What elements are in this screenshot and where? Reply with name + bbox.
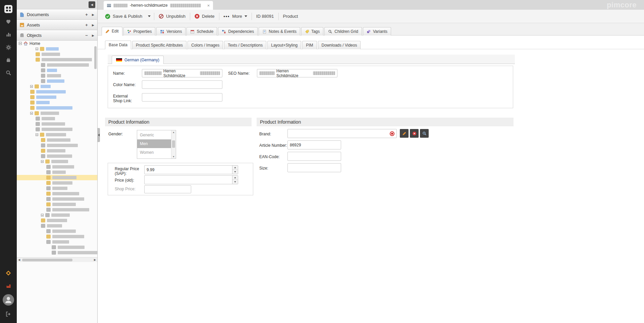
tree-row[interactable]: [17, 196, 97, 202]
panel-collapse-handle[interactable]: [98, 128, 100, 142]
regular-price-input[interactable]: [144, 165, 238, 174]
brand-input[interactable]: [287, 129, 397, 138]
delete-button[interactable]: Delete: [191, 12, 218, 21]
tab-tags[interactable]: Tags: [301, 27, 323, 36]
tree-row[interactable]: [17, 143, 97, 148]
accordion-documents[interactable]: Documents + ▶: [17, 9, 97, 20]
tree-expander-icon[interactable]: [36, 133, 38, 136]
chevron-right-icon[interactable]: ▶: [92, 13, 94, 16]
remove-relation-icon[interactable]: [390, 131, 394, 136]
tree-row[interactable]: [17, 180, 97, 186]
tree-row[interactable]: [17, 223, 97, 229]
tree-row[interactable]: [17, 245, 97, 250]
brand-field[interactable]: [288, 131, 390, 136]
tree-row[interactable]: [17, 148, 97, 153]
tree-row[interactable]: [17, 153, 97, 159]
tree-row[interactable]: [17, 250, 97, 255]
tree-row[interactable]: [17, 73, 97, 78]
tab-versions[interactable]: Versions: [156, 27, 185, 36]
tree-row[interactable]: [17, 239, 97, 245]
tab-properties[interactable]: Properties: [123, 27, 156, 36]
scroll-down-icon[interactable]: ▼: [171, 155, 176, 158]
tree-row[interactable]: [17, 57, 97, 62]
tree-node-home[interactable]: Home: [17, 41, 97, 46]
spinner-down-icon[interactable]: [232, 170, 238, 174]
tree-row[interactable]: [17, 46, 97, 52]
size-input[interactable]: [287, 163, 341, 172]
status-diamond-icon[interactable]: [0, 267, 17, 279]
external-shop-link-input[interactable]: [142, 93, 222, 102]
tree-row[interactable]: [17, 89, 97, 94]
subtab-colors-images[interactable]: Colors / Images: [187, 41, 223, 49]
gender-option-generic[interactable]: Generic: [137, 131, 171, 139]
tree-row[interactable]: [17, 100, 97, 105]
accordion-assets[interactable]: Assets + ▶: [17, 20, 97, 30]
subtab-base-data[interactable]: Base Data: [105, 41, 131, 49]
reports-chart-icon[interactable]: [0, 28, 17, 41]
tree-row[interactable]: [17, 218, 97, 223]
subtab-pim[interactable]: PIM: [302, 41, 317, 49]
tab-schedule[interactable]: Schedule: [186, 27, 217, 36]
gender-listbox[interactable]: GenericMenWomen ▲ ▼: [137, 130, 176, 159]
scrollbar-thumb[interactable]: [22, 259, 72, 261]
tab-notes-events[interactable]: Notes & Events: [259, 27, 300, 36]
tree-row[interactable]: [17, 94, 97, 100]
more-button[interactable]: ••• More: [220, 12, 251, 21]
gender-option-men[interactable]: Men: [137, 139, 171, 148]
tab-german[interactable]: German (Germany): [112, 56, 164, 64]
collapse-objects-button[interactable]: −: [84, 33, 89, 38]
brand-search-button[interactable]: [420, 129, 429, 138]
tree-row[interactable]: [17, 234, 97, 239]
tree-row[interactable]: [17, 229, 97, 234]
tree-row[interactable]: [17, 62, 97, 68]
object-window-tab[interactable]: -herren-schildmuetze ×: [104, 1, 213, 10]
tree-row[interactable]: [17, 159, 97, 164]
close-tab-icon[interactable]: ×: [207, 3, 210, 8]
tree-row[interactable]: [17, 170, 97, 175]
tree-row[interactable]: [17, 202, 97, 207]
tree-horizontal-scrollbar[interactable]: ◀ ▶: [17, 257, 97, 262]
tab-dependencies[interactable]: Dependencies: [218, 27, 258, 36]
subtab-texts-descriptions[interactable]: Texts / Descriptions: [224, 41, 266, 49]
chevron-right-icon[interactable]: ▶: [92, 23, 94, 27]
tree-row[interactable]: [17, 52, 97, 57]
tree-row[interactable]: [17, 68, 97, 73]
tree-expander-icon[interactable]: [30, 85, 33, 88]
maintenance-factory-icon[interactable]: [0, 279, 17, 292]
ean-code-input[interactable]: [287, 152, 341, 161]
subtab-product-specific-attributes[interactable]: Product Specific Attributes: [132, 41, 186, 49]
price-old-field[interactable]: [145, 176, 232, 184]
tree-row[interactable]: [17, 105, 97, 111]
add-asset-button[interactable]: +: [84, 22, 89, 27]
brand-edit-button[interactable]: [400, 129, 409, 138]
tree-vertical-scrollbar[interactable]: [94, 46, 97, 69]
add-document-button[interactable]: +: [84, 12, 89, 17]
gender-option-women[interactable]: Women: [137, 148, 171, 157]
tree-row[interactable]: [17, 121, 97, 127]
subtab-layout-styling[interactable]: Layout+Styling: [267, 41, 301, 49]
shop-price-input[interactable]: [144, 185, 191, 193]
price-old-input[interactable]: [144, 175, 238, 184]
name-input[interactable]: Herren Schildmütze: [142, 69, 222, 77]
tree-expander-icon[interactable]: [41, 214, 44, 216]
tab-children-grid[interactable]: Children Grid: [324, 27, 362, 36]
tree-expander-icon[interactable]: [36, 48, 38, 50]
sidebar-collapse-button[interactable]: ◀: [89, 1, 95, 8]
spinner-down-icon[interactable]: [232, 180, 238, 184]
tree-row[interactable]: [17, 111, 97, 116]
scroll-left-icon[interactable]: ◀: [17, 258, 21, 261]
settings-gear-icon[interactable]: [0, 41, 17, 54]
unpublish-button[interactable]: Unpublish: [155, 12, 189, 21]
tab-variants[interactable]: Variants: [363, 27, 391, 36]
tree-expander-icon[interactable]: [41, 160, 44, 163]
spinner-up-icon[interactable]: [232, 166, 238, 170]
listbox-scrollbar[interactable]: ▲ ▼: [171, 130, 176, 158]
article-number-input[interactable]: [287, 140, 341, 149]
regular-price-field[interactable]: [145, 166, 232, 174]
favorites-heart-icon[interactable]: [0, 15, 17, 28]
tree-row[interactable]: [17, 127, 97, 132]
tree-row[interactable]: [17, 186, 97, 191]
brand-clear-button[interactable]: [410, 129, 419, 138]
tree-row[interactable]: [17, 78, 97, 84]
tree-row[interactable]: [17, 191, 97, 196]
